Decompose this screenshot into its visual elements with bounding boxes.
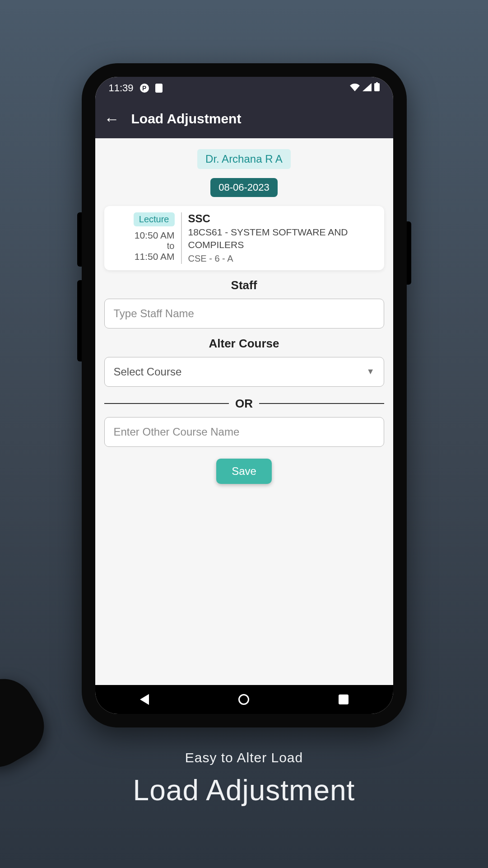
phone-volume-up [77,212,82,267]
status-card-icon [155,84,163,93]
status-app-icon: P [140,84,149,93]
status-clock: 11:39 [109,82,134,94]
course-select-placeholder: Select Course [114,366,182,378]
staff-section-label: Staff [104,278,384,292]
divider-line-right [259,403,384,404]
staff-chip: Dr. Archana R A [197,149,291,169]
lecture-type-badge: Lecture [134,212,175,226]
lecture-to-label: to [110,241,175,251]
alter-course-label: Alter Course [104,337,384,351]
page-title: Load Adjustment [131,111,242,127]
chevron-down-icon: ▼ [367,367,375,376]
lecture-section: CSE - 6 - A [188,253,379,264]
app-header: ← Load Adjustment [95,99,393,138]
promo-title: Load Adjustment [0,774,488,807]
android-nav-bar [95,685,393,714]
back-arrow-icon[interactable]: ← [104,111,120,127]
battery-icon [374,82,380,94]
svg-rect-0 [374,83,380,91]
svg-rect-1 [376,82,378,84]
chip-area: Dr. Archana R A 08-06-2023 [104,149,384,197]
lecture-info-column: SSC 18CS61 - SYSTEM SOFTWARE AND COMPILE… [182,212,379,264]
lecture-start-time: 10:50 AM [110,230,175,241]
staff-name-input[interactable] [104,299,384,328]
nav-recent-icon[interactable] [339,694,349,704]
lecture-course-name: 18CS61 - SYSTEM SOFTWARE AND COMPILERS [188,226,379,252]
lecture-end-time: 11:50 AM [110,251,175,262]
lecture-time-column: Lecture 10:50 AM to 11:50 AM [110,212,182,264]
phone-volume-down [77,280,82,361]
phone-screen: 11:39 P ← Load Adjustment [95,77,393,714]
promo-text-block: Easy to Alter Load Load Adjustment [0,750,488,807]
lecture-short-code: SSC [188,212,379,225]
cell-signal-icon [363,82,372,94]
save-button[interactable]: Save [216,459,272,484]
status-bar-right [350,82,380,94]
phone-device-frame: 11:39 P ← Load Adjustment [82,63,407,727]
status-bar-left: 11:39 P [109,82,163,94]
course-select[interactable]: Select Course ▼ [104,357,384,387]
status-bar: 11:39 P [95,77,393,99]
nav-back-icon[interactable] [140,694,149,705]
nav-home-icon[interactable] [238,694,249,705]
promo-subtitle: Easy to Alter Load [0,750,488,765]
date-chip[interactable]: 08-06-2023 [210,178,278,197]
or-divider: OR [104,397,384,411]
other-course-input[interactable] [104,417,384,447]
divider-line-left [104,403,229,404]
content-area: Dr. Archana R A 08-06-2023 Lecture 10:50… [95,138,393,685]
or-text: OR [235,397,253,411]
phone-power-button [407,221,411,285]
wifi-icon [350,82,360,94]
lecture-card[interactable]: Lecture 10:50 AM to 11:50 AM SSC 18CS61 … [104,206,384,270]
